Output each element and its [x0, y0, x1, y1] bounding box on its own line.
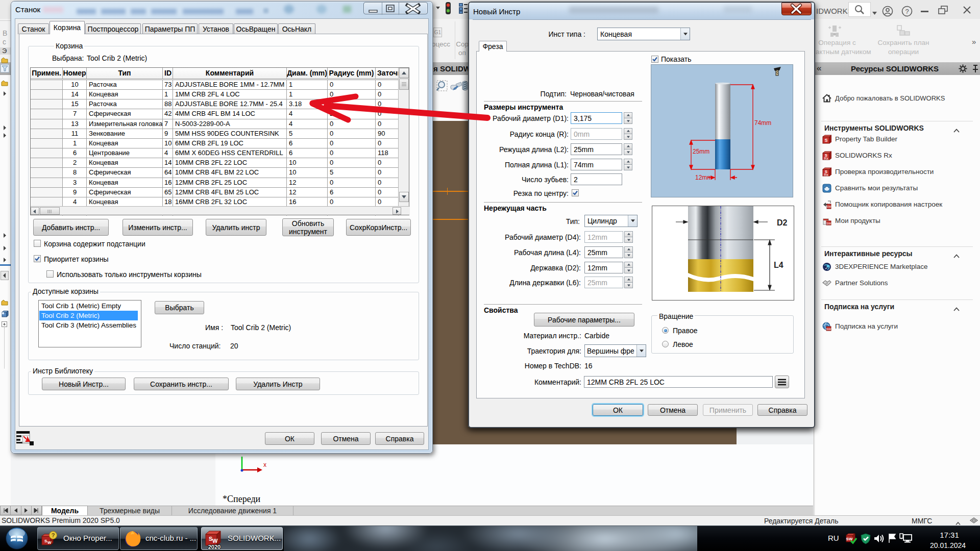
svg-text:D2: D2	[777, 218, 788, 227]
svg-text:?: ?	[52, 532, 55, 538]
svg-text:SW: SW	[826, 328, 831, 331]
svg-text:L4: L4	[774, 261, 783, 269]
svg-text:12mm: 12mm	[695, 174, 712, 181]
svg-text:Rx: Rx	[824, 173, 828, 177]
svg-text:W: W	[47, 540, 52, 545]
svg-text:x: x	[263, 461, 266, 468]
svg-text:74mm: 74mm	[754, 119, 771, 127]
svg-text:Rx: Rx	[824, 157, 828, 160]
svg-text:W: W	[212, 538, 218, 544]
svg-text:S: S	[824, 138, 827, 143]
svg-text:25mm: 25mm	[693, 148, 709, 155]
svg-text:SW: SW	[826, 222, 831, 225]
svg-text:?: ?	[905, 8, 909, 15]
svg-text:2020: 2020	[208, 544, 220, 549]
svg-text:SW: SW	[826, 205, 831, 208]
